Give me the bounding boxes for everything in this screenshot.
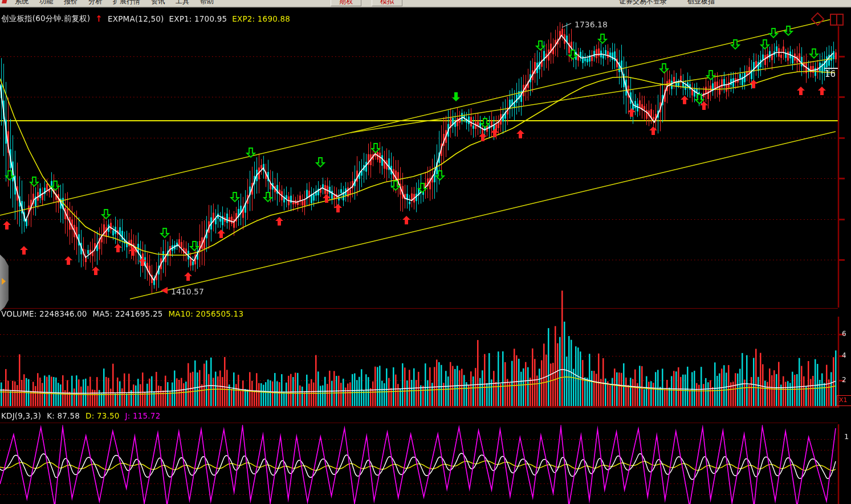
volume-panel-header: VOLUME: 2248346.00 MA5: 2241695.25 MA10:… xyxy=(1,309,243,318)
menu-item-1[interactable]: 功能 xyxy=(39,0,53,6)
volume-scale-box[interactable]: X1 xyxy=(837,395,851,406)
split-window-icon[interactable] xyxy=(830,14,844,26)
expand-arrow-icon xyxy=(2,278,6,285)
kdj-k-value: K: 87.58 xyxy=(47,411,80,420)
menu-button-sim[interactable]: 模拟 xyxy=(372,0,402,6)
chart-canvas[interactable] xyxy=(0,0,851,504)
menu-bar: 系统功能报价分析扩展行情资讯工具帮助 期权 模拟 证券交易不登录 创业板指 xyxy=(0,0,851,7)
kdj-axis-label: 1 xyxy=(844,432,849,441)
menu-item-7[interactable]: 帮助 xyxy=(200,0,214,6)
up-arrow-icon: ↑ xyxy=(95,16,103,22)
menu-item-0[interactable]: 系统 xyxy=(15,0,28,6)
menu-right-text: 证券交易不登录 创业板指 xyxy=(619,0,715,6)
app-window: 系统功能报价分析扩展行情资讯工具帮助 期权 模拟 证券交易不登录 创业板指 创业… xyxy=(0,0,851,504)
menu-item-2[interactable]: 报价 xyxy=(64,0,78,6)
main-chart-header: 创业板指(60分钟.前复权) ↑ EXPMA(12,50) EXP1: 1700… xyxy=(1,14,290,24)
menu-item-5[interactable]: 资讯 xyxy=(151,0,165,6)
low-price-annotation: 1410.57 xyxy=(171,287,204,296)
volume-value: VOLUME: 2248346.00 xyxy=(1,309,87,318)
volume-axis-tick-0: 6 xyxy=(842,330,846,338)
indicator-name[interactable]: EXPMA(12,50) xyxy=(108,14,164,23)
current-symbol-label: 创业板指 xyxy=(687,0,715,6)
volume-axis-tick-2: 2 xyxy=(842,376,846,384)
volume-axis-tick-1: 4 xyxy=(842,351,846,359)
trade-login-label[interactable]: 证券交易不登录 xyxy=(619,0,667,6)
kdj-panel-header: KDJ(9,3,3) K: 87.58 D: 73.50 J: 115.72 xyxy=(1,411,160,420)
kdj-name[interactable]: KDJ(9,3,3) xyxy=(1,411,41,420)
menu-item-row: 系统功能报价分析扩展行情资讯工具帮助 xyxy=(15,0,214,6)
kdj-j-value: J: 115.72 xyxy=(125,411,161,420)
last-price-label: 16 xyxy=(825,69,836,79)
app-icon[interactable] xyxy=(1,0,9,6)
exp1-value: EXP1: 1700.95 xyxy=(169,14,227,23)
high-price-annotation: 1736.18 xyxy=(575,20,608,29)
menu-item-3[interactable]: 分析 xyxy=(88,0,102,6)
volume-ma5-value: MA5: 2241695.25 xyxy=(93,309,163,318)
symbol-title: 创业板指(60分钟.前复权) xyxy=(1,14,90,24)
menu-item-4[interactable]: 扩展行情 xyxy=(113,0,140,6)
exp2-value: EXP2: 1690.88 xyxy=(232,14,290,23)
menu-button-options[interactable]: 期权 xyxy=(331,0,361,6)
kdj-d-value: D: 73.50 xyxy=(85,411,119,420)
menu-item-6[interactable]: 工具 xyxy=(176,0,189,6)
volume-ma10-value: MA10: 2056505.13 xyxy=(168,309,243,318)
